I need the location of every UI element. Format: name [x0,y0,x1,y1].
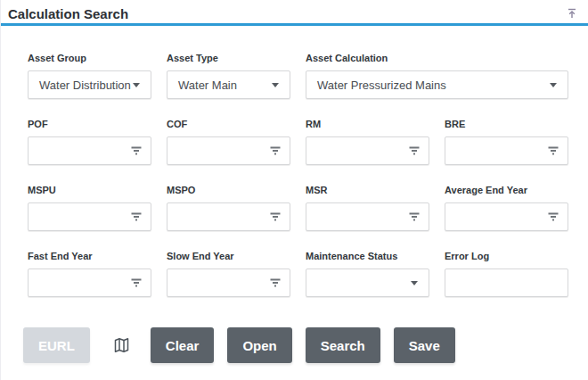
rm-field: RM [306,119,429,165]
error-log-input[interactable] [445,268,568,297]
filter-icon [408,211,421,225]
asset-calculation-select[interactable]: Water Pressurized Mains [306,70,568,99]
save-button[interactable]: Save [394,327,455,363]
cof-filter-button[interactable] [267,144,283,158]
bre-filter-button[interactable] [545,144,561,158]
fast-end-year-field: Fast End Year [28,251,151,297]
asset-type-select[interactable]: Water Main [167,70,290,99]
mspo-filter-button[interactable] [267,210,283,224]
asset-calculation-label: Asset Calculation [306,53,568,63]
pof-field: POF [28,119,151,165]
asset-group-select[interactable]: Water Distribution [28,70,151,99]
mspu-filter-button[interactable] [128,210,144,224]
asset-type-field: Asset Type Water Main [167,53,290,99]
bre-field: BRE [445,119,568,165]
slow-end-year-label: Slow End Year [167,251,290,261]
asset-type-label: Asset Type [167,53,290,63]
filter-icon [130,145,143,159]
page-title: Calculation Search [8,6,128,21]
average-end-year-label: Average End Year [445,185,568,195]
caret-down-icon [411,281,418,285]
maintenance-status-select[interactable] [306,268,429,297]
cof-label: COF [167,119,290,129]
asset-group-label: Asset Group [28,53,151,63]
asset-calculation-value: Water Pressurized Mains [306,78,446,92]
filter-icon [269,277,282,291]
rm-label: RM [306,119,429,129]
caret-down-icon [550,83,557,87]
collapse-to-top-button[interactable] [563,8,581,19]
pof-filter-button[interactable] [128,144,144,158]
clear-button[interactable]: Clear [151,327,215,363]
filter-icon [408,145,421,159]
msr-field: MSR [306,185,429,231]
maintenance-status-field: Maintenance Status [306,251,429,297]
caret-down-icon [133,83,140,87]
pof-label: POF [28,119,151,129]
map-icon [114,343,129,356]
average-end-year-field: Average End Year [445,185,568,231]
filter-icon [130,277,143,291]
calculation-search-page: { "header": { "title": "Calculation Sear… [0,0,588,380]
panel-header: Calculation Search [1,0,588,26]
asset-group-value: Water Distribution [29,78,131,92]
asset-calculation-field: Asset Calculation Water Pressurized Main… [306,53,568,99]
mspu-field: MSPU [28,185,151,231]
fast-end-year-filter-button[interactable] [128,276,144,290]
search-form: Asset Group Water Distribution Asset Typ… [1,26,588,297]
eurl-button[interactable]: EURL [23,327,90,363]
average-end-year-filter-button[interactable] [545,210,561,224]
mspo-label: MSPO [167,185,290,195]
rm-filter-button[interactable] [406,144,422,158]
fast-end-year-label: Fast End Year [28,251,151,261]
mspu-label: MSPU [28,185,151,195]
filter-icon [269,211,282,225]
map-button[interactable] [114,337,129,353]
action-bar: EURL Clear Open Search Save [1,327,588,363]
asset-group-field: Asset Group Water Distribution [28,53,151,99]
asset-type-value: Water Main [167,78,237,92]
slow-end-year-field: Slow End Year [167,251,290,297]
collapse-to-top-icon [567,8,577,21]
slow-end-year-filter-button[interactable] [267,276,283,290]
error-log-label: Error Log [445,251,568,261]
error-log-field: Error Log [445,251,568,297]
mspo-field: MSPO [167,185,290,231]
cof-field: COF [167,119,290,165]
maintenance-status-label: Maintenance Status [306,251,429,261]
filter-icon [547,211,559,225]
open-button[interactable]: Open [227,327,291,363]
search-button[interactable]: Search [306,327,380,363]
filter-icon [130,211,143,225]
filter-icon [269,145,282,159]
msr-label: MSR [306,185,429,195]
caret-down-icon [272,83,279,87]
bre-label: BRE [445,119,568,129]
filter-icon [547,145,559,159]
msr-filter-button[interactable] [406,210,422,224]
